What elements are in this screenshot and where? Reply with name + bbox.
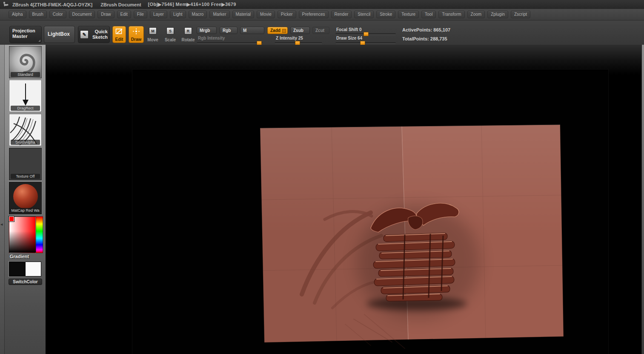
menu-item-zplugin[interactable]: Zplugin — [487, 11, 508, 18]
pencil-icon: ✎ — [80, 30, 89, 39]
menu-item-stroke[interactable]: Stroke — [376, 11, 395, 18]
brush-selector[interactable]: Standard — [9, 46, 42, 78]
app-title: ZBrush 4[ZTHB-FMEK-AQGJ-OYZK] — [12, 2, 92, 7]
crosshair-icon — [132, 28, 140, 35]
left-tray-divider[interactable]: ◀ — [0, 45, 5, 354]
z-intensity-text: Z Intensity — [276, 36, 297, 40]
draw-size-label: Draw Size 64 — [336, 36, 362, 40]
menu-item-marker[interactable]: Marker — [209, 11, 229, 18]
total-points-value: 288,735 — [430, 36, 447, 41]
zadd-label: Zadd — [270, 28, 280, 33]
menu-item-transform[interactable]: Transform — [438, 11, 464, 18]
texture-name-label: Texture Off — [11, 174, 40, 179]
viewport-canvas[interactable] — [46, 45, 644, 354]
color-picker-hue-strip[interactable] — [36, 216, 43, 253]
menu-item-draw[interactable]: Draw — [97, 11, 114, 18]
menu-item-alpha[interactable]: Alpha — [9, 11, 26, 18]
color-picker-sv-square[interactable] — [9, 216, 36, 253]
z-intensity-slider[interactable] — [275, 42, 322, 44]
m-button[interactable]: M — [240, 27, 264, 34]
menu-item-stencil[interactable]: Stencil — [354, 11, 374, 18]
active-points-stat: ActivePoints: 865,107 — [402, 27, 450, 32]
lightbox-label: LightBox — [48, 32, 70, 37]
left-shelf: ◀ Standard DragRect — [0, 45, 46, 354]
switch-color-button[interactable]: SwitchColor — [9, 279, 42, 285]
scale-button[interactable]: S Scale — [163, 26, 177, 43]
mrgb-button[interactable]: Mrgb — [197, 27, 217, 34]
edit-button[interactable]: Edit — [112, 26, 126, 43]
matcap-sphere-icon — [13, 184, 38, 209]
menu-item-color[interactable]: Color — [49, 11, 66, 18]
rgb-intensity-text: Rgb Intensity — [198, 36, 225, 40]
rgb-intensity-slider[interactable] — [197, 42, 263, 44]
texture-selector[interactable]: Texture Off — [9, 148, 42, 180]
menu-item-file[interactable]: File — [134, 11, 147, 18]
menu-item-tool[interactable]: Tool — [421, 11, 436, 18]
secondary-color-swatch[interactable] — [25, 262, 41, 276]
rgb-button[interactable]: Rgb — [220, 27, 238, 34]
zcut-label: Zcut — [315, 28, 324, 33]
draw-button[interactable]: Draw — [129, 26, 144, 43]
menu-item-edit[interactable]: Edit — [117, 11, 131, 18]
move-icon: M — [149, 27, 157, 35]
gradient-toggle[interactable]: Gradient — [10, 254, 29, 259]
menu-item-render[interactable]: Render — [331, 11, 352, 18]
document-title: ZBrush Document — [100, 2, 141, 7]
stroke-selector[interactable]: DragRect — [9, 80, 42, 112]
focal-shift-label: Focal Shift 0 — [336, 27, 361, 32]
zcut-button[interactable]: Zcut — [312, 27, 329, 34]
menu-item-macro[interactable]: Macro — [189, 11, 207, 18]
lightbox-button[interactable]: LightBox — [44, 26, 75, 43]
alpha-name-label: BrushAlpha — [11, 140, 40, 145]
menu-item-material[interactable]: Material — [232, 11, 255, 18]
focal-shift-handle[interactable] — [364, 32, 369, 36]
document-scene — [132, 69, 608, 354]
z-intensity-label: Z Intensity 25 — [276, 36, 303, 40]
menu-item-movie[interactable]: Movie — [257, 11, 275, 18]
zbrush-document[interactable] — [132, 69, 609, 354]
menu-item-zscript[interactable]: Zscript — [511, 11, 530, 18]
menu-item-texture[interactable]: Texture — [398, 11, 419, 18]
draw-size-slider[interactable] — [335, 42, 396, 44]
projection-master-button[interactable]: Projection Master — [9, 26, 42, 43]
quick-sketch-button[interactable]: ✎ Quick Sketch — [78, 26, 110, 43]
rotate-button[interactable]: R Rotate — [180, 26, 196, 43]
top-toolbar: Projection Master LightBox ✎ Quick Sketc… — [0, 20, 644, 45]
zsub-button[interactable]: Zsub — [290, 27, 310, 34]
quick-sketch-label: Quick Sketch — [90, 29, 108, 40]
sidebar-collapse-arrow-icon[interactable]: ◀ — [0, 223, 3, 226]
zadd-button[interactable]: Zadd — [267, 27, 288, 34]
z-intensity-value: 25 — [298, 36, 303, 40]
brush-name-label: Standard — [11, 72, 40, 77]
material-selector[interactable]: MatCap Red Wa — [9, 182, 42, 214]
edit-label: Edit — [115, 37, 123, 42]
menu-item-preferences[interactable]: Preferences — [299, 11, 329, 18]
focal-shift-slider[interactable] — [335, 33, 396, 35]
edit-rect-pen-icon — [115, 28, 123, 35]
rotate-icon: R — [184, 27, 192, 35]
m-label: M — [243, 28, 246, 33]
menu-item-light[interactable]: Light — [170, 11, 186, 18]
material-name-label: MatCap Red Wa — [11, 208, 40, 213]
scale-icon: S — [166, 27, 174, 35]
menu-item-zoom[interactable]: Zoom — [467, 11, 485, 18]
zsub-label: Zsub — [293, 28, 303, 33]
move-button[interactable]: M Move — [146, 26, 159, 43]
current-color-swatch[interactable] — [9, 216, 14, 222]
total-points-label: TotalPoints: — [402, 36, 429, 41]
right-tray-divider[interactable] — [641, 45, 644, 354]
main-color-swatch[interactable] — [9, 262, 25, 276]
active-points-label: ActivePoints: — [402, 27, 432, 32]
rgb-intensity-label: Rgb Intensity — [198, 36, 225, 40]
scale-label: Scale — [165, 37, 176, 42]
menu-item-brush[interactable]: Brush — [29, 11, 47, 18]
menu-item-document[interactable]: Document — [69, 11, 95, 18]
rotate-label: Rotate — [181, 37, 195, 42]
title-bar: ZBrush 4[ZTHB-FMEK-AQGJ-OYZK] ZBrush Doc… — [0, 0, 644, 9]
draw-size-text: Draw Size — [336, 36, 356, 40]
draw-label: Draw — [131, 37, 141, 42]
alpha-selector[interactable]: BrushAlpha — [9, 114, 42, 146]
menu-item-picker[interactable]: Picker — [278, 11, 296, 18]
zadd-indicator-icon — [282, 29, 286, 33]
menu-item-layer[interactable]: Layer — [150, 11, 167, 18]
